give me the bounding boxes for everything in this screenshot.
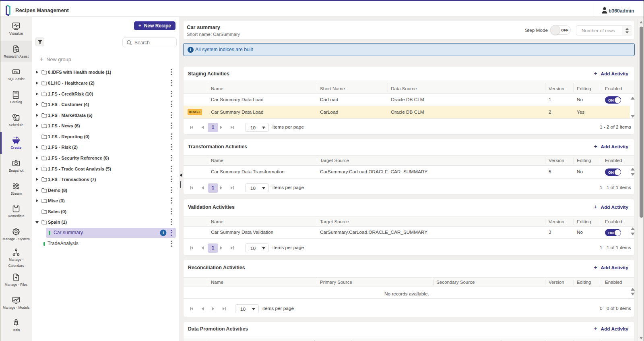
- svg-text:i: i: [163, 230, 164, 235]
- svg-text:i: i: [190, 48, 191, 52]
- svg-text:SQL: SQL: [14, 71, 18, 73]
